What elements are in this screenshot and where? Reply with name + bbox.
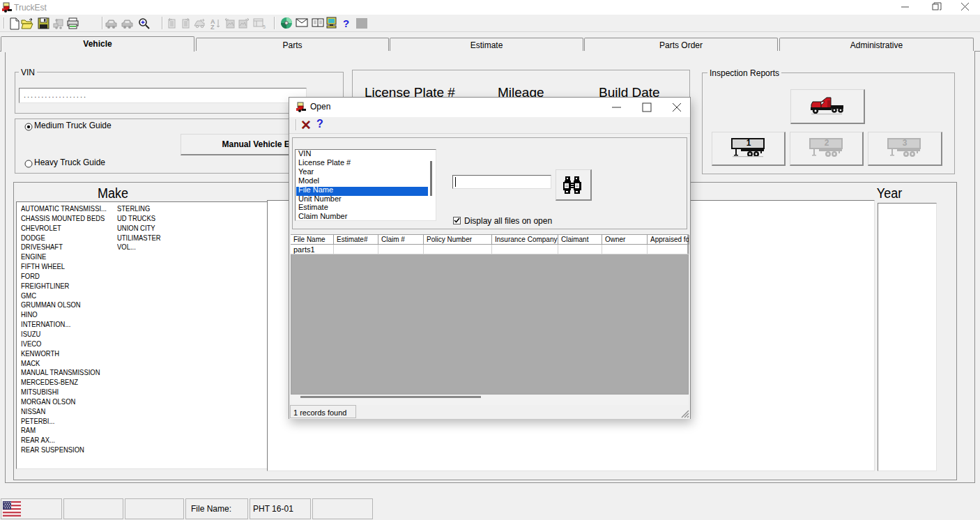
svg-text:5: 5 — [263, 24, 266, 29]
svg-text:Z: Z — [210, 24, 215, 31]
svg-text:?: ? — [343, 17, 349, 29]
